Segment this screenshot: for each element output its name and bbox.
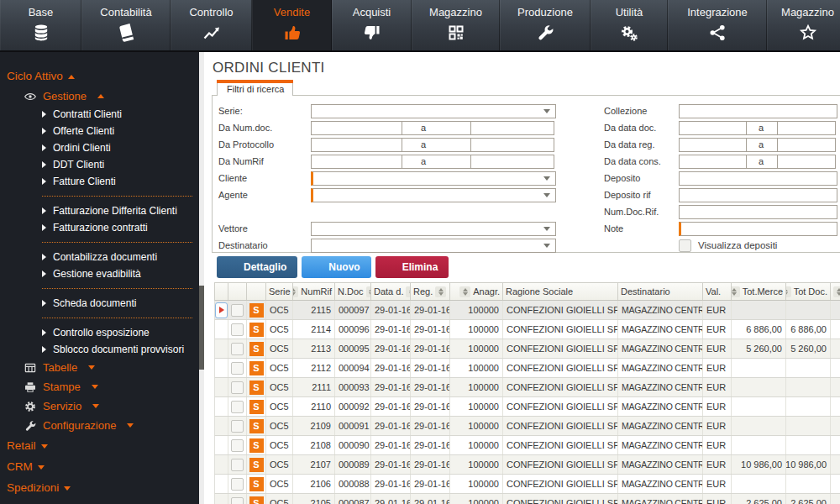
- sidebar-item-fatturazione-differita-clienti[interactable]: Fatturazione Differita Clienti: [0, 202, 199, 219]
- sidebar-item-scheda-documenti[interactable]: Scheda documenti: [0, 295, 199, 312]
- visualizza-depositi-checkbox[interactable]: [679, 239, 691, 252]
- deposito-rif-input[interactable]: [679, 188, 837, 202]
- sidebar-item-sblocco-documenti-provvisori[interactable]: Sblocco documenti provvisori: [0, 341, 199, 358]
- column-header-check[interactable]: [228, 283, 247, 300]
- table-row[interactable]: SOC5211400009629-01-1629-01-16100000CONF…: [214, 320, 840, 339]
- nav-tab-base[interactable]: Base: [0, 0, 81, 50]
- column-header-datad[interactable]: Data d.: [371, 283, 411, 300]
- sidebar-section-stampe[interactable]: Stampe: [0, 377, 199, 396]
- nav-tab-acquisti[interactable]: Acquisti: [332, 0, 412, 50]
- sidebar-root-crm[interactable]: CRM: [0, 456, 199, 477]
- note-input[interactable]: [679, 222, 837, 236]
- da-data-cons-from-input[interactable]: [679, 155, 747, 169]
- column-header-totmerce[interactable]: Tot.Merce: [732, 283, 786, 300]
- sort-icon[interactable]: [732, 286, 740, 297]
- table-row[interactable]: SOC5211100009329-01-1629-01-16100000CONF…: [214, 378, 840, 397]
- sort-icon[interactable]: [293, 286, 298, 297]
- sort-icon[interactable]: [786, 286, 791, 297]
- da-data-doc-from-input[interactable]: [679, 121, 747, 135]
- sidebar-item-ddt-clienti[interactable]: DDT Clienti: [0, 156, 199, 173]
- da-data-doc-to-input[interactable]: [777, 121, 836, 135]
- row-checkbox[interactable]: [231, 323, 244, 336]
- sort-icon[interactable]: [459, 286, 470, 297]
- sort-icon[interactable]: [833, 286, 840, 297]
- sidebar-item-controllo-esposizione[interactable]: Controllo esposizione: [0, 324, 199, 341]
- tab-filtri-di-ricerca[interactable]: Filtri di ricerca: [217, 83, 293, 96]
- agente-dropdown[interactable]: [311, 188, 556, 202]
- vettore-dropdown[interactable]: [311, 222, 556, 236]
- sidebar-item-fatturazione-contratti[interactable]: Fatturazione contratti: [0, 219, 199, 236]
- column-header-anagr[interactable]: Anagr.: [450, 283, 503, 300]
- nav-tab-magazzino-2[interactable]: Magazzino: [767, 0, 840, 50]
- table-row[interactable]: SOC5210700008929-01-1629-01-16100000CONF…: [214, 455, 840, 475]
- column-header-totdoc[interactable]: Tot Doc.: [786, 283, 831, 300]
- column-header-reg[interactable]: Reg.: [411, 283, 450, 300]
- elimina-button[interactable]: Elimina: [375, 256, 449, 278]
- nuovo-button[interactable]: Nuovo: [302, 256, 370, 278]
- sidebar-root-retail[interactable]: Retail: [0, 435, 199, 456]
- sidebar-item-gestione-evadibilit[interactable]: Gestione evadibilità: [0, 265, 199, 282]
- da-data-cons-to-input[interactable]: [777, 155, 836, 169]
- nav-tab-produzione[interactable]: Produzione: [500, 0, 591, 50]
- sidebar-item-fatture-clienti[interactable]: Fatture Clienti: [0, 173, 199, 190]
- sidebar-section-tabelle[interactable]: Tabelle: [0, 358, 199, 377]
- column-header-ndoc[interactable]: N.Doc: [335, 283, 371, 300]
- column-header-dest[interactable]: Destinatario: [618, 283, 703, 300]
- row-checkbox[interactable]: [231, 459, 244, 471]
- deposito-input[interactable]: [679, 171, 837, 186]
- row-checkbox[interactable]: [231, 478, 244, 491]
- destinatario-dropdown[interactable]: [311, 239, 556, 253]
- column-header-val[interactable]: Val.: [703, 283, 732, 300]
- da-num-doc-to-input[interactable]: [470, 121, 554, 135]
- table-row[interactable]: SOC5210900009129-01-1629-01-16100000CONF…: [214, 417, 840, 436]
- sidebar-item-ordini-clienti[interactable]: Ordini Clienti: [0, 139, 199, 156]
- nav-tab-vendite[interactable]: Vendite: [252, 0, 332, 50]
- sidebar-section-servizio[interactable]: Servizio: [0, 396, 199, 416]
- dettaglio-button[interactable]: Dettaglio: [217, 256, 297, 278]
- table-row[interactable]: SOC5210500008729-01-1629-01-16100000CONF…: [214, 494, 840, 504]
- column-header-s[interactable]: [247, 283, 266, 300]
- column-header-marker[interactable]: [215, 283, 228, 300]
- row-checkbox[interactable]: [231, 304, 244, 317]
- cliente-dropdown[interactable]: [311, 171, 556, 186]
- nav-tab-magazzino[interactable]: Magazzino: [412, 0, 500, 50]
- column-header-serie[interactable]: Serie: [266, 283, 293, 300]
- da-protocollo-to-input[interactable]: [470, 138, 554, 152]
- sidebar-root-spedizioni[interactable]: Spedizioni: [0, 477, 199, 498]
- table-row[interactable]: SOC5211000009229-01-1629-01-16100000CONF…: [214, 397, 840, 417]
- row-checkbox[interactable]: [231, 343, 244, 355]
- collezione-input[interactable]: [679, 104, 837, 118]
- da-numrif-from-input[interactable]: [311, 155, 402, 169]
- row-checkbox[interactable]: [231, 439, 244, 452]
- nav-tab-controllo[interactable]: Controllo: [171, 0, 252, 50]
- row-checkbox[interactable]: [231, 420, 244, 433]
- sidebar-root-ciclo-attivo[interactable]: Ciclo Attivo: [0, 66, 199, 87]
- da-data-reg-to-input[interactable]: [777, 138, 836, 152]
- table-row[interactable]: SOC5210800009029-01-1629-01-16100000CONF…: [214, 436, 840, 455]
- row-checkbox[interactable]: [231, 362, 244, 375]
- column-header-ragione[interactable]: Ragione Sociale: [503, 283, 618, 300]
- row-checkbox[interactable]: [231, 401, 244, 413]
- column-header-extra[interactable]: [831, 283, 840, 300]
- sidebar-section-configurazione[interactable]: Configurazione: [0, 416, 199, 435]
- da-num-doc-from-input[interactable]: [311, 121, 402, 135]
- sort-icon[interactable]: [435, 286, 446, 297]
- table-row[interactable]: SOC5210600008829-01-1629-01-16100000CONF…: [214, 475, 840, 494]
- sidebar-item-offerte-clienti[interactable]: Offerte Clienti: [0, 123, 199, 139]
- sidebar-section-gestione[interactable]: Gestione: [0, 87, 199, 106]
- nav-tab-integrazione[interactable]: Integrazione: [668, 0, 767, 50]
- column-header-numrif[interactable]: NumRif: [293, 283, 335, 300]
- table-row[interactable]: SOC5211500009729-01-1629-01-16100000CONF…: [214, 301, 840, 320]
- num-doc-rif-input[interactable]: [679, 205, 837, 219]
- table-row[interactable]: SOC5211200009429-01-1629-01-16100000CONF…: [214, 359, 840, 378]
- da-numrif-to-input[interactable]: [470, 155, 554, 169]
- serie-dropdown[interactable]: [311, 104, 556, 118]
- table-row[interactable]: SOC5211300009529-01-1629-01-16100000CONF…: [214, 339, 840, 359]
- sidebar-item-contabilizza-documenti[interactable]: Contabilizza documenti: [0, 249, 199, 265]
- da-data-reg-from-input[interactable]: [679, 138, 747, 152]
- row-checkbox[interactable]: [231, 497, 244, 504]
- row-checkbox[interactable]: [231, 381, 244, 394]
- nav-tab-contabilit[interactable]: Contabilità: [81, 0, 171, 50]
- sidebar-item-contratti-clienti[interactable]: Contratti Clienti: [0, 106, 199, 123]
- nav-tab-utilit[interactable]: Utilità: [591, 0, 668, 50]
